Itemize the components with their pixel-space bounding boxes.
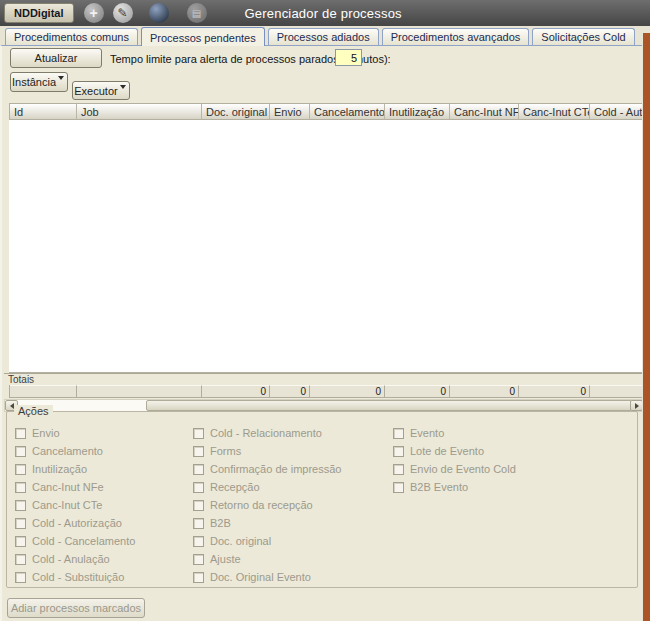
action-checkbox[interactable] — [393, 464, 404, 475]
tab-solicitacoes-cold[interactable]: Solicitações Cold — [532, 28, 634, 45]
action-item-cold-substituicao: Cold - Substituição — [15, 568, 135, 586]
add-icon-glyph: + — [89, 5, 97, 21]
action-label: Retorno da recepção — [210, 499, 313, 511]
action-item-ajuste: Ajuste — [193, 550, 341, 568]
action-label: Canc-Inut CTe — [32, 499, 102, 511]
action-checkbox[interactable] — [393, 446, 404, 457]
action-label: Envio de Evento Cold — [410, 463, 516, 475]
action-checkbox[interactable] — [193, 554, 204, 565]
action-checkbox[interactable] — [193, 518, 204, 529]
tab-procedimentos-comuns[interactable]: Procedimentos comuns — [5, 28, 138, 45]
action-label: Cold - Anulação — [32, 553, 110, 565]
totals-cell: 0 — [270, 385, 310, 398]
action-item-envio-evento-cold: Envio de Evento Cold — [393, 460, 516, 478]
totals-row: 0 0 0 0 0 0 0 — [9, 385, 644, 398]
action-checkbox[interactable] — [15, 518, 26, 529]
totals-cell: 0 — [590, 385, 644, 398]
action-item-retorno-recepcao: Retorno da recepção — [193, 496, 341, 514]
instance-dropdown-button[interactable]: Instância — [10, 72, 68, 92]
action-checkbox[interactable] — [393, 428, 404, 439]
tab-processos-adiados[interactable]: Processos adiados — [268, 28, 379, 45]
action-label: Evento — [410, 427, 444, 439]
action-checkbox[interactable] — [193, 464, 204, 475]
actions-column-3: Evento Lote de Evento Envio de Evento Co… — [393, 424, 516, 496]
brand-button[interactable]: NDDigital — [4, 3, 74, 23]
action-label: Cancelamento — [32, 445, 103, 457]
action-item-cold-autorizacao: Cold - Autorização — [15, 514, 135, 532]
action-checkbox[interactable] — [15, 536, 26, 547]
action-checkbox[interactable] — [15, 446, 26, 457]
action-checkbox[interactable] — [193, 500, 204, 511]
column-header-id[interactable]: Id — [10, 104, 77, 120]
actions-groupbox: Ações Envio Cancelamento Inutilização Ca… — [6, 411, 638, 588]
action-checkbox[interactable] — [193, 536, 204, 547]
refresh-button[interactable]: Atualizar — [10, 48, 102, 68]
grid-body[interactable] — [9, 120, 644, 373]
action-checkbox[interactable] — [15, 500, 26, 511]
action-item-doc-original-evento: Doc. Original Evento — [193, 568, 341, 586]
defer-marked-processes-button[interactable]: Adiar processos marcados — [7, 598, 145, 618]
action-item-forms: Forms — [193, 442, 341, 460]
timeout-input[interactable] — [335, 49, 362, 66]
action-checkbox[interactable] — [15, 554, 26, 565]
action-label: Lote de Evento — [410, 445, 484, 457]
action-item-cold-anulacao: Cold - Anulação — [15, 550, 135, 568]
action-item-canc-inut-cte: Canc-Inut CTe — [15, 496, 135, 514]
actions-legend: Ações — [14, 405, 53, 417]
print-icon[interactable]: ▤ — [187, 3, 207, 23]
triangle-left-icon — [10, 403, 14, 409]
action-item-doc-original: Doc. original — [193, 532, 341, 550]
column-header-envio[interactable]: Envio — [270, 104, 310, 120]
executor-dropdown-button[interactable]: Executor — [72, 81, 130, 100]
action-checkbox[interactable] — [393, 482, 404, 493]
action-checkbox[interactable] — [193, 572, 204, 583]
action-checkbox[interactable] — [15, 482, 26, 493]
action-checkbox[interactable] — [193, 428, 204, 439]
tab-processos-pendentes[interactable]: Processos pendentes — [141, 27, 265, 46]
add-icon[interactable]: + — [84, 3, 104, 23]
action-label: Recepção — [210, 481, 260, 493]
tab-bar: Procedimentos comuns Processos pendentes… — [0, 26, 650, 45]
action-item-recepcao: Recepção — [193, 478, 341, 496]
action-checkbox[interactable] — [193, 446, 204, 457]
app-window: NDDigital + ✎ ▤ Gerenciador de processos… — [0, 0, 650, 621]
tab-procedimentos-avancados[interactable]: Procedimentos avançados — [382, 28, 530, 45]
column-header-cancelamento[interactable]: Cancelamento — [310, 104, 385, 120]
column-header-canc-inut-nfe[interactable]: Canc-Inut NFe — [450, 104, 519, 120]
column-header-job[interactable]: Job — [77, 104, 202, 120]
instance-dropdown-label: Instância — [12, 76, 56, 88]
action-checkbox[interactable] — [15, 428, 26, 439]
column-header-canc-inut-cte[interactable]: Canc-Inut CTe — [519, 104, 590, 120]
action-checkbox[interactable] — [193, 482, 204, 493]
action-label: Cold - Relacionamento — [210, 427, 322, 439]
print-icon-glyph: ▤ — [192, 8, 201, 19]
column-header-doc-original[interactable]: Doc. original — [202, 104, 270, 120]
action-label: B2B Evento — [410, 481, 468, 493]
action-label: Cold - Autorização — [32, 517, 122, 529]
main-panel: Atualizar Tempo limite para alerta de pr… — [0, 45, 642, 621]
action-item-lote-evento: Lote de Evento — [393, 442, 516, 460]
action-label: Ajuste — [210, 553, 241, 565]
action-item-inutilizacao: Inutilização — [15, 460, 135, 478]
action-label: B2B — [210, 517, 231, 529]
column-header-inutilizacao[interactable]: Inutilização — [385, 104, 450, 120]
totals-cell: 0 — [450, 385, 519, 398]
action-item-b2b-evento: B2B Evento — [393, 478, 516, 496]
totals-caption: Totais — [4, 373, 644, 385]
action-label: Forms — [210, 445, 241, 457]
sphere-icon[interactable] — [149, 3, 169, 23]
totals-cell — [10, 385, 77, 398]
action-item-evento: Evento — [393, 424, 516, 442]
action-item-cold-cancelamento: Cold - Cancelamento — [15, 532, 135, 550]
action-item-b2b: B2B — [193, 514, 341, 532]
scrollbar-thumb[interactable] — [146, 400, 632, 411]
edit-icon[interactable]: ✎ — [113, 3, 133, 23]
action-label: Cold - Cancelamento — [32, 535, 135, 547]
column-header-cold-autorizacao[interactable]: Cold - Autorização — [590, 104, 644, 120]
window-edge-strip — [642, 33, 650, 621]
action-label: Confirmação de impressão — [210, 463, 341, 475]
actions-column-2: Cold - Relacionamento Forms Confirmação … — [193, 424, 341, 586]
action-checkbox[interactable] — [15, 464, 26, 475]
action-item-cancelamento: Cancelamento — [15, 442, 135, 460]
action-checkbox[interactable] — [15, 572, 26, 583]
